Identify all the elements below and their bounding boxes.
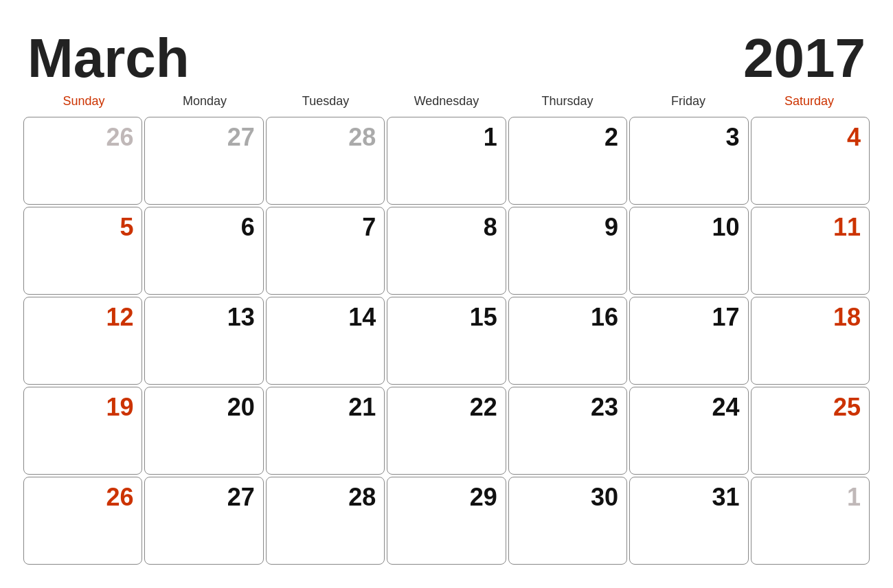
day-header-wednesday: Wednesday bbox=[386, 91, 507, 114]
day-number: 8 bbox=[484, 213, 497, 242]
day-cell[interactable]: 27 bbox=[144, 117, 263, 205]
day-cell[interactable]: 3 bbox=[629, 117, 748, 205]
day-cell[interactable]: 14 bbox=[266, 297, 385, 385]
day-header-sunday: Sunday bbox=[23, 91, 144, 114]
day-number: 1 bbox=[484, 123, 497, 152]
day-number: 9 bbox=[604, 213, 618, 242]
day-number: 1 bbox=[847, 483, 861, 512]
day-number: 14 bbox=[348, 303, 376, 332]
day-cell[interactable]: 15 bbox=[387, 297, 506, 385]
day-header-monday: Monday bbox=[144, 91, 265, 114]
day-number: 26 bbox=[106, 483, 133, 512]
day-cell[interactable]: 13 bbox=[144, 297, 263, 385]
day-cell[interactable]: 23 bbox=[508, 387, 627, 475]
day-cell[interactable]: 20 bbox=[144, 387, 263, 475]
day-number: 16 bbox=[591, 303, 618, 332]
day-number: 24 bbox=[712, 393, 740, 422]
day-number: 7 bbox=[362, 213, 376, 242]
day-number: 11 bbox=[833, 213, 861, 242]
day-number: 18 bbox=[833, 303, 861, 332]
day-cell[interactable]: 26 bbox=[23, 477, 142, 565]
year-title: 2017 bbox=[743, 31, 866, 86]
day-cell[interactable]: 2 bbox=[508, 117, 627, 205]
day-number: 23 bbox=[591, 393, 618, 422]
day-cell[interactable]: 16 bbox=[508, 297, 627, 385]
day-number: 2 bbox=[604, 123, 618, 152]
day-number: 22 bbox=[470, 393, 497, 422]
calendar: March 2017 SundayMondayTuesdayWednesdayT… bbox=[14, 17, 879, 572]
day-cell[interactable]: 27 bbox=[144, 477, 263, 565]
day-header-saturday: Saturday bbox=[749, 91, 870, 114]
day-number: 21 bbox=[348, 393, 376, 422]
day-number: 20 bbox=[227, 393, 255, 422]
day-number: 6 bbox=[241, 213, 255, 242]
day-cell[interactable]: 4 bbox=[751, 117, 870, 205]
day-cell[interactable]: 24 bbox=[629, 387, 748, 475]
day-number: 30 bbox=[591, 483, 618, 512]
day-number: 25 bbox=[833, 393, 861, 422]
day-number: 17 bbox=[712, 303, 740, 332]
calendar-grid: 2627281234567891011121314151617181920212… bbox=[21, 117, 872, 565]
day-number: 3 bbox=[726, 123, 740, 152]
day-number: 4 bbox=[847, 123, 861, 152]
day-header-friday: Friday bbox=[628, 91, 749, 114]
day-number: 10 bbox=[712, 213, 740, 242]
day-cell[interactable]: 28 bbox=[266, 477, 385, 565]
day-cell[interactable]: 8 bbox=[387, 207, 506, 295]
month-title: March bbox=[27, 31, 190, 86]
day-header-thursday: Thursday bbox=[507, 91, 628, 114]
day-cell[interactable]: 1 bbox=[387, 117, 506, 205]
day-cell[interactable]: 1 bbox=[751, 477, 870, 565]
day-cell[interactable]: 7 bbox=[266, 207, 385, 295]
day-cell[interactable]: 9 bbox=[508, 207, 627, 295]
day-number: 28 bbox=[348, 123, 376, 152]
day-number: 28 bbox=[348, 483, 376, 512]
day-cell[interactable]: 25 bbox=[751, 387, 870, 475]
day-cell[interactable]: 21 bbox=[266, 387, 385, 475]
day-number: 19 bbox=[106, 393, 133, 422]
day-number: 29 bbox=[470, 483, 497, 512]
day-number: 13 bbox=[227, 303, 255, 332]
day-headers: SundayMondayTuesdayWednesdayThursdayFrid… bbox=[21, 91, 872, 114]
day-header-tuesday: Tuesday bbox=[265, 91, 386, 114]
day-number: 31 bbox=[712, 483, 740, 512]
day-cell[interactable]: 6 bbox=[144, 207, 263, 295]
day-number: 27 bbox=[227, 123, 255, 152]
day-cell[interactable]: 22 bbox=[387, 387, 506, 475]
day-number: 26 bbox=[106, 123, 133, 152]
day-cell[interactable]: 19 bbox=[23, 387, 142, 475]
day-number: 15 bbox=[470, 303, 497, 332]
day-cell[interactable]: 31 bbox=[629, 477, 748, 565]
day-cell[interactable]: 30 bbox=[508, 477, 627, 565]
day-cell[interactable]: 12 bbox=[23, 297, 142, 385]
day-cell[interactable]: 10 bbox=[629, 207, 748, 295]
day-cell[interactable]: 26 bbox=[23, 117, 142, 205]
day-number: 12 bbox=[106, 303, 133, 332]
day-number: 27 bbox=[227, 483, 255, 512]
day-cell[interactable]: 28 bbox=[266, 117, 385, 205]
day-cell[interactable]: 29 bbox=[387, 477, 506, 565]
day-cell[interactable]: 11 bbox=[751, 207, 870, 295]
calendar-header: March 2017 bbox=[21, 31, 872, 86]
day-cell[interactable]: 5 bbox=[23, 207, 142, 295]
day-cell[interactable]: 18 bbox=[751, 297, 870, 385]
day-number: 5 bbox=[120, 213, 133, 242]
day-cell[interactable]: 17 bbox=[629, 297, 748, 385]
